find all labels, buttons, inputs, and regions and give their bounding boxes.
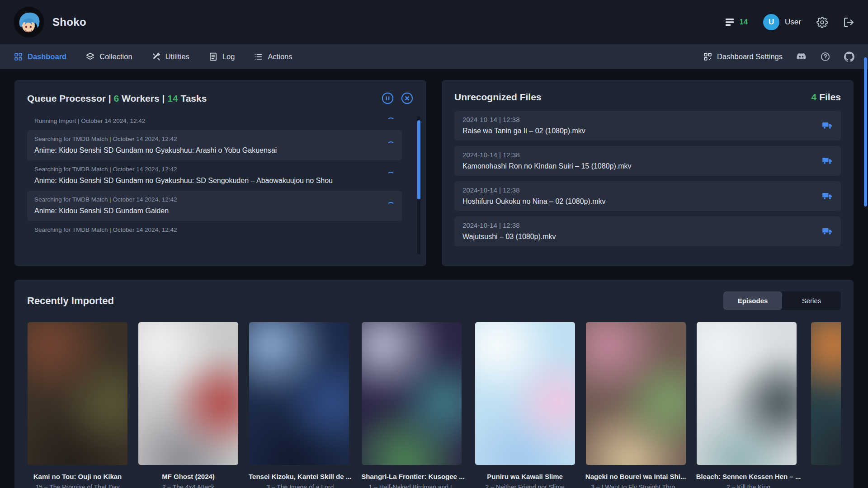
episode-card-subtitle: 2 – Kill the King: [696, 483, 801, 488]
header-queue-count: 14: [739, 18, 748, 27]
queue-item: Searching for TMDB Match | October 14 20…: [27, 160, 402, 191]
episode-card-subtitle: 1 – Half-Naked Birdman and t...: [361, 483, 464, 488]
recently-imported-cards: Kami no Tou: Ouji no Kikan 15 – The Prom…: [27, 322, 841, 488]
episode-poster: [475, 322, 576, 465]
header-queue-status[interactable]: 14: [724, 17, 748, 28]
episode-card-title: Fairy Tail: [811, 473, 841, 480]
nav-item-actions[interactable]: Actions: [254, 52, 292, 61]
nav-item-collection[interactable]: Collection: [85, 52, 132, 61]
nav-label: Dashboard: [28, 52, 66, 61]
rescan-file-button[interactable]: [822, 120, 833, 131]
file-name: Wajutsushi – 03 (1080p).mkv: [462, 231, 556, 242]
queue-processor-panel: Queue Processor | 6 Workers | 14 Tasks: [14, 80, 426, 266]
tab-series[interactable]: Series: [782, 291, 841, 310]
rescan-file-button[interactable]: [822, 191, 833, 202]
recently-imported-title: Recently Imported: [27, 295, 114, 307]
truck-icon: [822, 191, 833, 202]
episode-card-subtitle: 15 – The Promise of That Day: [27, 483, 128, 488]
episode-card[interactable]: Puniru wa Kawaii Slime 2 – Neither Frien…: [475, 322, 576, 488]
user-menu[interactable]: U User: [763, 14, 801, 30]
nav-item-log[interactable]: Log: [208, 52, 235, 61]
file-name: Raise wa Tanin ga Ii – 02 (1080p).mkv: [462, 126, 585, 136]
gear-icon[interactable]: [816, 17, 828, 28]
episode-card-title: Nageki no Bourei wa Intai Shi...: [585, 473, 686, 480]
file-row: 2024-10-14 | 12:38 Kamonohashi Ron no Ki…: [454, 146, 841, 176]
grid-icon: [14, 52, 23, 61]
episode-card-title: Tensei Kizoku, Kantei Skill de ...: [249, 473, 351, 480]
queue-item-status: Searching for TMDB Match | October 14 20…: [34, 135, 277, 144]
app-title: Shoko: [52, 16, 86, 28]
app-header: Shoko 14 U User: [0, 0, 868, 44]
file-timestamp: 2024-10-14 | 12:38: [462, 150, 632, 160]
document-icon: [208, 52, 218, 61]
github-icon[interactable]: [844, 52, 854, 62]
queue-item: Searching for TMDB Match | October 14 20…: [27, 191, 402, 221]
pause-circle-icon: [381, 92, 394, 105]
file-row: 2024-10-14 | 12:38 Hoshifuru Oukoku no N…: [454, 181, 841, 211]
shoko-logo[interactable]: [14, 7, 44, 38]
episode-card[interactable]: Shangri-La Frontier: Kusogee ... 1 – Hal…: [361, 322, 464, 488]
queue-item-status: Searching for TMDB Match | October 14 20…: [34, 165, 333, 174]
tab-episodes[interactable]: Episodes: [723, 291, 782, 310]
unrecognized-files-count: 4 Files: [811, 92, 841, 103]
page-scrollbar-thumb[interactable]: [864, 57, 867, 206]
truck-icon: [822, 155, 833, 166]
episode-card-subtitle: 2 – The 4x4 Attack: [138, 483, 239, 488]
file-timestamp: 2024-10-14 | 12:38: [462, 185, 606, 195]
rescan-file-button[interactable]: [822, 226, 833, 237]
layers-icon: [85, 52, 95, 61]
tools-icon: [151, 52, 161, 61]
discord-icon[interactable]: [796, 52, 807, 62]
episode-card-subtitle: 3 – I Want to Fly Straight Thro...: [585, 483, 686, 488]
help-icon[interactable]: [820, 52, 830, 62]
main-content: Queue Processor | 6 Workers | 14 Tasks: [0, 69, 868, 488]
spinner-icon: [387, 141, 395, 149]
file-name: Hoshifuru Oukoku no Nina – 02 (1080p).mk…: [462, 196, 606, 207]
list-icon: [254, 52, 263, 61]
queue-item: Searching for TMDB Match | October 14 20…: [27, 130, 402, 160]
nav-label: Log: [222, 52, 235, 61]
episode-card[interactable]: Bleach: Sennen Kessen Hen – ... 2 – Kill…: [696, 322, 801, 488]
unrecognized-files-panel: Unrecognized Files 4 Files 2024-10-14 | …: [442, 80, 854, 266]
main-navbar: Dashboard Collection Utilities: [0, 44, 868, 69]
stop-queue-button[interactable]: [401, 92, 414, 105]
queue-item-detail: Anime: Kidou Senshi SD Gundam Gaiden: [34, 206, 177, 216]
unrecognized-file-list: 2024-10-14 | 12:38 Raise wa Tanin ga Ii …: [454, 111, 841, 246]
episodes-series-toggle: Episodes Series: [723, 291, 841, 310]
dashboard-settings-button[interactable]: Dashboard Settings: [703, 52, 783, 61]
logout-icon[interactable]: [843, 17, 854, 28]
queue-item-status: Searching for TMDB Match | October 14 20…: [34, 225, 177, 235]
nav-label: Utilities: [165, 52, 189, 61]
workers-count: 6: [113, 93, 119, 103]
file-timestamp: 2024-10-14 | 12:38: [462, 115, 585, 125]
spinner-icon: [387, 172, 395, 179]
episode-card-title: Bleach: Sennen Kessen Hen – ...: [696, 473, 801, 480]
spinner-icon: [387, 117, 395, 125]
rescan-file-button[interactable]: [822, 155, 833, 166]
queue-scrollbar-thumb[interactable]: [417, 120, 420, 199]
episode-card[interactable]: Tensei Kizoku, Kantei Skill de ... 3 – T…: [249, 322, 351, 488]
nav-item-utilities[interactable]: Utilities: [151, 52, 189, 61]
queue-item-status: Running Import | October 14 2024, 12:42: [34, 117, 145, 126]
file-timestamp: 2024-10-14 | 12:38: [462, 221, 556, 230]
queue-item-detail: Anime: Kidou Senshi SD Gundam no Gyakush…: [34, 175, 333, 186]
pause-queue-button[interactable]: [381, 92, 394, 105]
episode-poster: [138, 322, 239, 465]
episode-card-subtitle: 2 – Neither Friend nor Slime: [475, 483, 576, 488]
episode-card-title: Kami no Tou: Ouji no Kikan: [27, 473, 128, 480]
unrecognized-panel-title: Unrecognized Files: [454, 92, 542, 103]
episode-card[interactable]: Kami no Tou: Ouji no Kikan 15 – The Prom…: [27, 322, 128, 488]
truck-icon: [822, 226, 833, 237]
file-row: 2024-10-14 | 12:38 Wajutsushi – 03 (1080…: [454, 216, 841, 246]
episode-card[interactable]: MF Ghost (2024) 2 – The 4x4 Attack: [138, 322, 239, 488]
queue-item-detail: Anime: Kidou Senshi SD Gundam no Gyakush…: [34, 145, 277, 156]
episode-card[interactable]: Fairy Tail 14 – Clingi...: [811, 322, 841, 488]
episode-card-title: Shangri-La Frontier: Kusogee ...: [361, 473, 464, 480]
episode-poster: [249, 322, 349, 465]
episode-card-title: MF Ghost (2024): [138, 473, 239, 480]
episode-card[interactable]: Nageki no Bourei wa Intai Shi... 3 – I W…: [585, 322, 686, 488]
episode-poster: [696, 322, 797, 465]
episode-poster: [811, 322, 841, 465]
nav-item-dashboard[interactable]: Dashboard: [14, 52, 66, 61]
dashboard-settings-label: Dashboard Settings: [717, 52, 783, 61]
